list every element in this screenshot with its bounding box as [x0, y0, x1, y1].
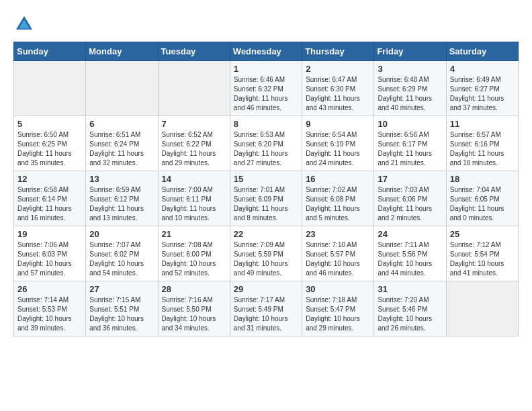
- day-number: 30: [306, 284, 370, 294]
- header-row: Sunday Monday Tuesday Wednesday Thursday…: [14, 42, 519, 61]
- header-friday: Friday: [374, 42, 446, 61]
- day-info: Sunrise: 6:57 AM Sunset: 6:16 PM Dayligh…: [450, 130, 515, 168]
- header: [13, 13, 519, 35]
- calendar-cell: 30Sunrise: 7:18 AM Sunset: 5:47 PM Dayli…: [302, 281, 374, 336]
- calendar-cell: 21Sunrise: 7:08 AM Sunset: 6:00 PM Dayli…: [158, 226, 230, 281]
- day-info: Sunrise: 6:53 AM Sunset: 6:20 PM Dayligh…: [234, 130, 298, 168]
- calendar-cell: [158, 61, 230, 116]
- day-info: Sunrise: 6:56 AM Sunset: 6:17 PM Dayligh…: [378, 130, 442, 168]
- calendar-cell: 20Sunrise: 7:07 AM Sunset: 6:02 PM Dayli…: [86, 226, 158, 281]
- day-number: 6: [89, 119, 154, 129]
- calendar-cell: 24Sunrise: 7:11 AM Sunset: 5:56 PM Dayli…: [374, 226, 446, 281]
- day-info: Sunrise: 7:14 AM Sunset: 5:53 PM Dayligh…: [17, 295, 82, 333]
- calendar-cell: [86, 61, 158, 116]
- calendar-cell: 1Sunrise: 6:46 AM Sunset: 6:32 PM Daylig…: [230, 61, 302, 116]
- header-tuesday: Tuesday: [158, 42, 230, 61]
- day-number: 14: [162, 174, 226, 184]
- calendar-cell: 26Sunrise: 7:14 AM Sunset: 5:53 PM Dayli…: [14, 281, 86, 336]
- day-number: 27: [89, 284, 154, 294]
- day-info: Sunrise: 7:06 AM Sunset: 6:03 PM Dayligh…: [17, 240, 82, 278]
- day-info: Sunrise: 6:51 AM Sunset: 6:24 PM Dayligh…: [89, 130, 154, 168]
- header-saturday: Saturday: [446, 42, 518, 61]
- day-info: Sunrise: 6:59 AM Sunset: 6:12 PM Dayligh…: [89, 185, 154, 223]
- calendar-cell: 18Sunrise: 7:04 AM Sunset: 6:05 PM Dayli…: [446, 171, 518, 226]
- day-number: 18: [450, 174, 515, 184]
- calendar-cell: 31Sunrise: 7:20 AM Sunset: 5:46 PM Dayli…: [374, 281, 446, 336]
- day-number: 9: [306, 119, 370, 129]
- calendar-cell: 7Sunrise: 6:52 AM Sunset: 6:22 PM Daylig…: [158, 116, 230, 171]
- day-number: 4: [450, 64, 515, 74]
- calendar-cell: 6Sunrise: 6:51 AM Sunset: 6:24 PM Daylig…: [86, 116, 158, 171]
- day-info: Sunrise: 7:18 AM Sunset: 5:47 PM Dayligh…: [306, 295, 370, 333]
- calendar-cell: [446, 281, 518, 336]
- day-number: 1: [234, 64, 298, 74]
- day-number: 7: [162, 119, 226, 129]
- calendar-week-5: 26Sunrise: 7:14 AM Sunset: 5:53 PM Dayli…: [14, 281, 519, 336]
- day-number: 15: [234, 174, 298, 184]
- calendar-week-2: 5Sunrise: 6:50 AM Sunset: 6:25 PM Daylig…: [14, 116, 519, 171]
- day-number: 17: [378, 174, 442, 184]
- calendar-week-1: 1Sunrise: 6:46 AM Sunset: 6:32 PM Daylig…: [14, 61, 519, 116]
- calendar-cell: 8Sunrise: 6:53 AM Sunset: 6:20 PM Daylig…: [230, 116, 302, 171]
- calendar-cell: 25Sunrise: 7:12 AM Sunset: 5:54 PM Dayli…: [446, 226, 518, 281]
- day-number: 3: [378, 64, 442, 74]
- day-number: 2: [306, 64, 370, 74]
- logo: [13, 13, 38, 35]
- day-info: Sunrise: 6:50 AM Sunset: 6:25 PM Dayligh…: [17, 130, 82, 168]
- calendar-cell: 16Sunrise: 7:02 AM Sunset: 6:08 PM Dayli…: [302, 171, 374, 226]
- header-thursday: Thursday: [302, 42, 374, 61]
- day-info: Sunrise: 7:08 AM Sunset: 6:00 PM Dayligh…: [162, 240, 226, 278]
- day-info: Sunrise: 7:15 AM Sunset: 5:51 PM Dayligh…: [89, 295, 154, 333]
- header-wednesday: Wednesday: [230, 42, 302, 61]
- day-number: 29: [234, 284, 298, 294]
- calendar-cell: [14, 61, 86, 116]
- day-info: Sunrise: 7:00 AM Sunset: 6:11 PM Dayligh…: [162, 185, 226, 223]
- calendar-week-3: 12Sunrise: 6:58 AM Sunset: 6:14 PM Dayli…: [14, 171, 519, 226]
- day-info: Sunrise: 7:16 AM Sunset: 5:50 PM Dayligh…: [162, 295, 226, 333]
- calendar-cell: 13Sunrise: 6:59 AM Sunset: 6:12 PM Dayli…: [86, 171, 158, 226]
- calendar-cell: 14Sunrise: 7:00 AM Sunset: 6:11 PM Dayli…: [158, 171, 230, 226]
- day-number: 31: [378, 284, 442, 294]
- day-number: 10: [378, 119, 442, 129]
- day-number: 24: [378, 229, 442, 239]
- day-info: Sunrise: 7:02 AM Sunset: 6:08 PM Dayligh…: [306, 185, 370, 223]
- calendar-cell: 4Sunrise: 6:49 AM Sunset: 6:27 PM Daylig…: [446, 61, 518, 116]
- day-number: 25: [450, 229, 515, 239]
- calendar-cell: 22Sunrise: 7:09 AM Sunset: 5:59 PM Dayli…: [230, 226, 302, 281]
- day-info: Sunrise: 7:07 AM Sunset: 6:02 PM Dayligh…: [89, 240, 154, 278]
- calendar-cell: 15Sunrise: 7:01 AM Sunset: 6:09 PM Dayli…: [230, 171, 302, 226]
- day-info: Sunrise: 7:03 AM Sunset: 6:06 PM Dayligh…: [378, 185, 442, 223]
- day-number: 22: [234, 229, 298, 239]
- day-number: 8: [234, 119, 298, 129]
- day-info: Sunrise: 7:10 AM Sunset: 5:57 PM Dayligh…: [306, 240, 370, 278]
- day-number: 26: [17, 284, 82, 294]
- day-number: 16: [306, 174, 370, 184]
- calendar-cell: 19Sunrise: 7:06 AM Sunset: 6:03 PM Dayli…: [14, 226, 86, 281]
- calendar-cell: 9Sunrise: 6:54 AM Sunset: 6:19 PM Daylig…: [302, 116, 374, 171]
- day-number: 19: [17, 229, 82, 239]
- day-number: 21: [162, 229, 226, 239]
- calendar-cell: 10Sunrise: 6:56 AM Sunset: 6:17 PM Dayli…: [374, 116, 446, 171]
- calendar-cell: 3Sunrise: 6:48 AM Sunset: 6:29 PM Daylig…: [374, 61, 446, 116]
- day-info: Sunrise: 7:17 AM Sunset: 5:49 PM Dayligh…: [234, 295, 298, 333]
- header-sunday: Sunday: [14, 42, 86, 61]
- day-info: Sunrise: 6:52 AM Sunset: 6:22 PM Dayligh…: [162, 130, 226, 168]
- day-info: Sunrise: 6:54 AM Sunset: 6:19 PM Dayligh…: [306, 130, 370, 168]
- day-number: 23: [306, 229, 370, 239]
- day-info: Sunrise: 6:47 AM Sunset: 6:30 PM Dayligh…: [306, 75, 370, 113]
- calendar-cell: 27Sunrise: 7:15 AM Sunset: 5:51 PM Dayli…: [86, 281, 158, 336]
- day-info: Sunrise: 7:20 AM Sunset: 5:46 PM Dayligh…: [378, 295, 442, 333]
- calendar-table: Sunday Monday Tuesday Wednesday Thursday…: [13, 42, 519, 336]
- day-info: Sunrise: 6:49 AM Sunset: 6:27 PM Dayligh…: [450, 75, 515, 113]
- day-info: Sunrise: 7:01 AM Sunset: 6:09 PM Dayligh…: [234, 185, 298, 223]
- day-number: 13: [89, 174, 154, 184]
- calendar-cell: 28Sunrise: 7:16 AM Sunset: 5:50 PM Dayli…: [158, 281, 230, 336]
- day-info: Sunrise: 7:11 AM Sunset: 5:56 PM Dayligh…: [378, 240, 442, 278]
- calendar-cell: 12Sunrise: 6:58 AM Sunset: 6:14 PM Dayli…: [14, 171, 86, 226]
- logo-icon: [13, 13, 35, 35]
- day-number: 12: [17, 174, 82, 184]
- header-monday: Monday: [86, 42, 158, 61]
- calendar-body: 1Sunrise: 6:46 AM Sunset: 6:32 PM Daylig…: [14, 61, 519, 336]
- day-info: Sunrise: 6:58 AM Sunset: 6:14 PM Dayligh…: [17, 185, 82, 223]
- day-info: Sunrise: 6:46 AM Sunset: 6:32 PM Dayligh…: [234, 75, 298, 113]
